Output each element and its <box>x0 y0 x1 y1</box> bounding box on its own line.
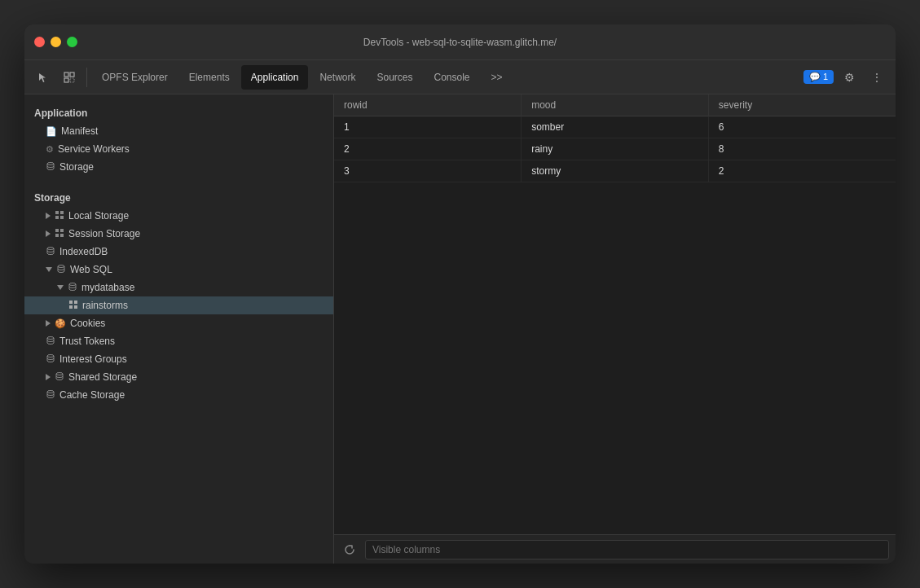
grid-icon <box>68 300 78 312</box>
sidebar-item-indexeddb[interactable]: IndexedDB <box>24 243 333 261</box>
tab-application[interactable]: Application <box>241 65 309 90</box>
cell-rowid: 2 <box>334 138 522 160</box>
svg-rect-0 <box>64 72 68 77</box>
table-row[interactable]: 1somber6 <box>334 116 896 138</box>
col-rowid: rowid <box>334 94 522 116</box>
col-severity: severity <box>708 94 896 116</box>
results-table: rowid mood severity 1somber62rainy83stor… <box>334 94 896 182</box>
cookie-icon: 🍪 <box>55 318 66 329</box>
settings-button[interactable]: ⚙ <box>837 65 861 90</box>
svg-rect-16 <box>69 301 73 304</box>
cell-severity: 2 <box>708 160 896 182</box>
trust-tokens-label: Trust Tokens <box>59 336 115 347</box>
db-icon <box>56 264 66 276</box>
db-icon <box>46 389 55 402</box>
sidebar-item-cookies[interactable]: 🍪 Cookies <box>24 314 333 332</box>
shared-storage-label: Shared Storage <box>68 371 137 383</box>
indexeddb-label: IndexedDB <box>59 246 108 257</box>
cell-mood: somber <box>522 116 709 138</box>
toolbar-separator <box>86 68 87 87</box>
expand-icon <box>46 230 51 237</box>
sidebar-item-shared-storage[interactable]: Shared Storage <box>24 368 333 386</box>
cell-mood: rainy <box>522 138 709 160</box>
svg-point-4 <box>47 162 54 165</box>
svg-point-13 <box>47 247 54 249</box>
sidebar-item-rainstorms[interactable]: rainstorms <box>24 296 333 314</box>
rainstorms-label: rainstorms <box>82 300 128 311</box>
sidebar-item-local-storage[interactable]: Local Storage <box>24 207 333 225</box>
table-row[interactable]: 3stormy2 <box>334 160 896 182</box>
cookies-label: Cookies <box>70 318 105 329</box>
svg-rect-8 <box>60 216 64 219</box>
sidebar-item-mydatabase[interactable]: mydatabase <box>24 279 333 296</box>
sidebar-item-cache-storage[interactable]: Cache Storage <box>24 386 333 404</box>
svg-rect-7 <box>55 216 59 219</box>
tab-network[interactable]: Network <box>310 65 365 90</box>
col-mood: mood <box>522 94 709 116</box>
svg-rect-17 <box>74 301 77 304</box>
cursor-icon-button[interactable] <box>31 65 55 90</box>
maximize-button[interactable] <box>67 37 77 47</box>
svg-rect-10 <box>60 229 64 232</box>
svg-point-23 <box>47 390 54 393</box>
sidebar: Application 📄 Manifest ⚙ Service Workers <box>24 94 334 564</box>
sidebar-item-web-sql[interactable]: Web SQL <box>24 261 333 279</box>
main-content: Application 📄 Manifest ⚙ Service Workers <box>24 94 896 564</box>
tab-console[interactable]: Console <box>425 65 480 90</box>
sidebar-item-storage-app[interactable]: Storage <box>24 158 333 176</box>
minimize-button[interactable] <box>51 37 61 47</box>
web-sql-label: Web SQL <box>70 264 112 275</box>
svg-rect-5 <box>55 211 59 214</box>
expand-icon <box>46 213 51 219</box>
db-icon <box>46 161 55 173</box>
storage-section-header: Storage <box>24 186 333 207</box>
application-section-header: Application <box>24 101 333 122</box>
svg-rect-18 <box>69 305 73 309</box>
mydatabase-label: mydatabase <box>81 282 134 293</box>
db-icon <box>68 282 77 294</box>
tab-more[interactable]: >> <box>482 65 513 90</box>
svg-point-20 <box>47 336 54 339</box>
cell-severity: 6 <box>708 116 896 138</box>
db-icon <box>55 371 64 384</box>
sidebar-item-service-workers[interactable]: ⚙ Service Workers <box>24 140 333 158</box>
window-title: DevTools - web-sql-to-sqlite-wasm.glitch… <box>363 37 557 48</box>
expand-icon <box>46 374 51 380</box>
svg-rect-19 <box>74 305 77 309</box>
svg-point-14 <box>58 265 64 267</box>
refresh-button[interactable] <box>341 541 359 559</box>
svg-rect-6 <box>60 211 64 214</box>
table-row[interactable]: 2rainy8 <box>334 138 896 160</box>
chat-count: 1 <box>823 72 828 81</box>
cell-severity: 8 <box>708 138 896 160</box>
cell-rowid: 3 <box>334 160 522 182</box>
grid-icon <box>55 228 64 240</box>
more-button[interactable]: ⋮ <box>865 65 889 90</box>
svg-rect-1 <box>70 72 74 77</box>
file-icon: 📄 <box>46 126 57 137</box>
tab-elements[interactable]: Elements <box>179 65 240 90</box>
svg-rect-2 <box>64 78 68 82</box>
inspect-icon-button[interactable] <box>57 65 81 90</box>
svg-point-15 <box>69 283 76 285</box>
svg-rect-9 <box>55 229 59 232</box>
data-table: rowid mood severity 1somber62rainy83stor… <box>334 94 896 534</box>
sidebar-item-manifest[interactable]: 📄 Manifest <box>24 122 333 140</box>
traffic-lights <box>34 37 77 47</box>
visible-columns-input[interactable] <box>365 540 889 559</box>
sidebar-item-session-storage[interactable]: Session Storage <box>24 225 333 243</box>
local-storage-label: Local Storage <box>68 210 129 222</box>
tab-opfs-explorer[interactable]: OPFS Explorer <box>92 65 178 90</box>
sidebar-item-interest-groups[interactable]: Interest Groups <box>24 350 333 368</box>
gear-icon: ⚙ <box>844 71 855 84</box>
manifest-label: Manifest <box>61 125 98 137</box>
close-button[interactable] <box>34 37 45 47</box>
collapse-icon <box>57 285 64 290</box>
svg-rect-3 <box>70 78 74 82</box>
tab-sources[interactable]: Sources <box>367 65 422 90</box>
expand-icon <box>46 320 51 327</box>
chat-badge[interactable]: 💬 1 <box>803 70 834 84</box>
session-storage-label: Session Storage <box>68 228 140 239</box>
sidebar-item-trust-tokens[interactable]: Trust Tokens <box>24 332 333 350</box>
main-panel: rowid mood severity 1somber62rainy83stor… <box>334 94 896 564</box>
